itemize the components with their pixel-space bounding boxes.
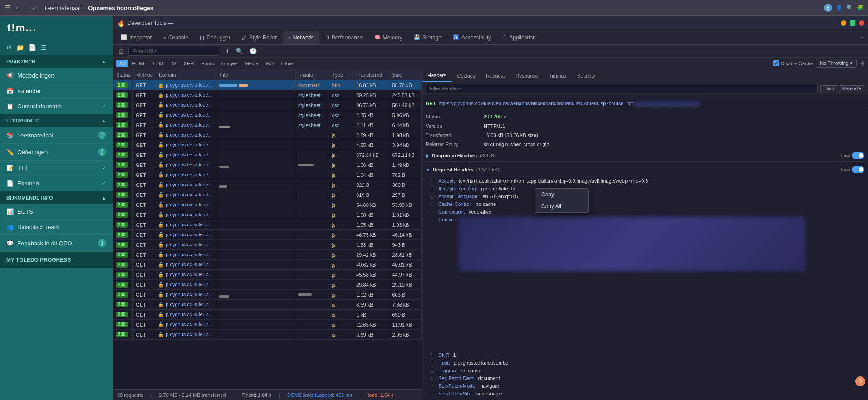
filter-images-button[interactable]: Images [218,60,240,67]
filter-css-button[interactable]: CSS [150,60,167,67]
search-button[interactable]: 🔍 [234,47,245,55]
detail-tab-response[interactable]: Response [510,69,544,82]
table-row[interactable]: 200 GET 🔒 p.cygnus.cc.kuleuv... js 2.59 … [113,130,422,140]
disable-cache-checkbox[interactable] [773,60,779,66]
col-header-file[interactable]: File [217,69,296,80]
table-row[interactable]: 200 GET 🔒 p.cygnus.cc.kuleuv... js 1.53 … [113,240,422,250]
table-row[interactable]: 200 GET 🔒 p.cygnus.cc.kuleuv... js 922 B… [113,180,422,190]
request-raw-switch[interactable] [852,166,864,173]
table-row[interactable]: 200 GET 🔒 p.cygnus.cc.kuleuv... js 40.62… [113,260,422,270]
window-close-button[interactable] [859,20,864,26]
col-header-transferred[interactable]: Transferred [354,69,390,80]
sidebar-section-header-leerruimte[interactable]: LEERRUIMTE ▲ [0,114,113,127]
response-raw-switch[interactable] [852,152,864,159]
detail-tab-headers[interactable]: Headers [422,69,452,82]
table-row[interactable]: 200 GET 🔒 p.cygnus.cc.kuleuv... styleshe… [113,100,422,110]
breadcrumb-item-leermateriaal[interactable]: Leermateriaal [44,5,81,11]
table-row[interactable]: 200 GET 🔒 p.cygnus.cc.kuleuv... js 1 kB … [113,310,422,320]
filter-other-button[interactable]: Other [278,60,297,67]
context-menu-copy-all[interactable]: Copy All [535,200,588,212]
table-row[interactable]: 200 GET 🔒 p.cygnus.cc.kuleuv... js 1.06 … [113,160,422,170]
throttle-button[interactable]: No Throttling ▾ [816,59,857,68]
browser-menu-icon[interactable]: ☰ [5,4,11,12]
table-row[interactable]: 200 GET 🔒 p.cygnus.cc.kuleuv... js 29.42… [113,250,422,260]
filter-xhr-button[interactable]: XHR [181,60,197,67]
tab-inspector[interactable]: ⬜ Inspector [115,30,157,45]
browser-extensions-icon[interactable]: 🧩 [857,5,863,11]
tab-console[interactable]: > Console [157,30,194,45]
sidebar-document-icon[interactable]: 📄 [29,44,36,51]
col-header-type[interactable]: Type [329,69,353,80]
filter-js-button[interactable]: JS [167,60,180,67]
detail-tab-request[interactable]: Request [481,69,510,82]
table-row[interactable]: 200 GET 🔒 p.cygnus.cc.kuleuv... styleshe… [113,120,422,130]
help-button[interactable]: ? [855,376,865,386]
window-minimize-button[interactable] [841,20,846,26]
response-headers-section[interactable]: ▶ Response Headers (899 B) Raw [426,150,864,162]
table-row[interactable]: 200 GET 🔒 p.cygnus.cc.kuleuv... document… [113,80,422,90]
sidebar-menu-icon[interactable]: ☰ [41,44,47,51]
sidebar-folder-icon[interactable]: 📁 [16,44,24,51]
clock-button[interactable]: 🕐 [248,47,259,55]
table-row[interactable]: 200 GET 🔒 p.cygnus.cc.kuleuv... js 919 B… [113,190,422,200]
sidebar-item-mededelingen[interactable]: 📢 Mededelingen [0,68,113,83]
tab-network[interactable]: ↕ Network [283,31,319,45]
col-header-domain[interactable]: Domain [156,69,217,80]
sidebar-section-header-praktisch[interactable]: PRAKTISCH ▲ [0,55,113,68]
filter-headers-input[interactable] [426,84,818,93]
table-row[interactable]: 200 GET 🔒 p.cygnus.cc.kuleuv... js 1.02 … [113,290,422,300]
table-row[interactable]: 200 GET 🔒 p.cygnus.cc.kuleuv... js 29.84… [113,280,422,290]
col-header-initiator[interactable]: Initiator [296,69,330,80]
pause-recording-button[interactable]: ⏸ [222,47,231,55]
filter-fonts-button[interactable]: Fonts [198,60,217,67]
sidebar-item-oefeningen[interactable]: ✏️ Oefeningen 2 [0,144,113,161]
table-row[interactable]: 200 GET 🔒 p.cygnus.cc.kuleuv... js 8.59 … [113,300,422,310]
sidebar-item-leermateriaal[interactable]: 📚 Leermateriaal 3 [0,127,113,144]
sidebar-item-ects[interactable]: 📊 ECTS [0,204,113,220]
clear-requests-button[interactable]: 🗑 [116,47,126,55]
detail-tab-timings[interactable]: Timings [544,69,572,82]
table-row[interactable]: 200 GET 🔒 p.cygnus.cc.kuleuv... styleshe… [113,110,422,120]
request-headers-section[interactable]: ▼ Request Headers (1.523 kB) Raw [426,164,864,176]
sidebar-section-header-bijkomende[interactable]: BIJKOMENDE INFO ▲ [0,191,113,204]
table-row[interactable]: 200 GET 🔒 p.cygnus.cc.kuleuv... styleshe… [113,90,422,100]
disable-cache-label[interactable]: Disable Cache [773,60,814,66]
table-row[interactable]: 200 GET 🔒 p.cygnus.cc.kuleuv... js 1.05 … [113,220,422,230]
detail-tab-cookies[interactable]: Cookies [452,69,481,82]
col-header-size[interactable]: Size [390,69,422,80]
devtools-more-options-icon[interactable]: ⋯ [857,34,863,41]
detail-tab-security[interactable]: Security [572,69,601,82]
sidebar-bottom-progress[interactable]: MY TOLEDO PROGRESS [0,252,113,268]
tab-accessibility[interactable]: ♿ Accessibility [447,30,497,45]
tab-storage[interactable]: 💾 Storage [408,30,447,45]
response-headers-raw-toggle[interactable]: Raw [840,152,864,159]
table-row[interactable]: 200 GET 🔒 p.cygnus.cc.kuleuv... js 3.69 … [113,330,422,340]
filter-media-button[interactable]: Media [241,60,261,67]
context-menu-copy[interactable]: Copy [535,189,588,200]
network-settings-button[interactable]: ⚙ [859,60,865,67]
table-row[interactable]: 200 GET 🔒 p.cygnus.cc.kuleuv... js 54.60… [113,200,422,210]
browser-profile-icon[interactable]: 👤 [836,5,843,11]
sidebar-refresh-icon[interactable]: ↺ [6,44,12,51]
sidebar-item-feedback[interactable]: 💬 Feedback in dit OPO 1 [0,235,113,252]
sidebar-item-kalender[interactable]: 📅 Kalender [0,83,113,99]
col-header-method[interactable]: Method [133,69,156,80]
filter-html-button[interactable]: HTML [129,60,149,67]
table-row[interactable]: 200 GET 🔒 p.cygnus.cc.kuleuv... js 1.04 … [113,170,422,180]
table-row[interactable]: 200 GET 🔒 p.cygnus.cc.kuleuv... js 45.58… [113,270,422,280]
filter-urls-input[interactable] [128,47,219,56]
table-row[interactable]: 200 GET 🔒 p.cygnus.cc.kuleuv... js 1.08 … [113,210,422,220]
sidebar-item-ttt[interactable]: 📝 TTT ✓ [0,161,113,176]
tab-style-editor[interactable]: 🖊 Style Editor [236,30,283,45]
sidebar-item-didactisch[interactable]: 👥 Didactisch team [0,220,113,235]
nav-forward-button[interactable]: → [24,4,30,11]
col-header-status[interactable]: Status [113,69,133,80]
filter-ws-button[interactable]: WS [262,60,277,67]
block-button[interactable]: Block [820,85,838,92]
browser-search-icon[interactable]: 🔍 [846,5,853,11]
filter-all-button[interactable]: All [116,60,128,67]
table-row[interactable]: 200 GET 🔒 p.cygnus.cc.kuleuv... js 4.55 … [113,140,422,150]
nav-back-button[interactable]: ← [15,4,21,11]
resend-button[interactable]: Resend ▾ [839,85,864,92]
window-maximize-button[interactable] [850,20,855,26]
